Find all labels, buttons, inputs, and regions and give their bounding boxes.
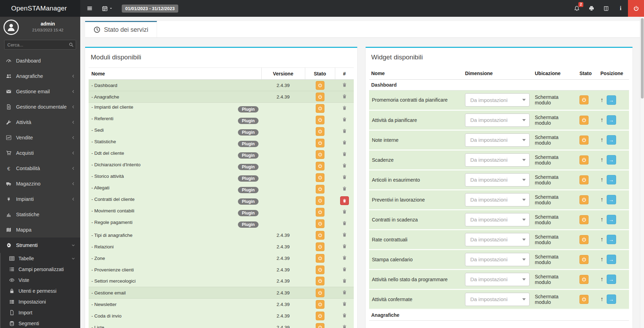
notifications-button[interactable]: 2 — [569, 0, 584, 17]
delete-module-button[interactable] — [342, 324, 347, 328]
module-status-toggle-button[interactable] — [316, 139, 324, 147]
module-status-toggle-button[interactable] — [316, 116, 324, 124]
sidebar-item-strumenti[interactable]: Strumenti — [0, 238, 80, 253]
module-status-toggle-button[interactable] — [316, 300, 324, 309]
logout-button[interactable] — [628, 0, 644, 17]
move-up-arrow[interactable]: ↑ — [600, 197, 604, 203]
delete-module-button[interactable] — [342, 301, 347, 306]
widget-dimension-select[interactable]: Da impostazioni — [465, 93, 530, 107]
widget-dimension-select[interactable]: Da impostazioni — [465, 193, 530, 206]
delete-module-button[interactable] — [342, 117, 347, 122]
move-button[interactable]: → — [607, 255, 616, 264]
module-status-toggle-button[interactable] — [316, 173, 324, 182]
move-button[interactable]: → — [607, 175, 616, 184]
tab-stato-dei-servizi[interactable]: Stato dei servizi — [85, 21, 157, 37]
module-status-toggle-button[interactable] — [316, 277, 324, 285]
move-button[interactable]: → — [607, 115, 616, 125]
sidebar-item-attivit[interactable]: Attività — [0, 115, 80, 130]
module-status-toggle-button[interactable] — [316, 231, 324, 240]
module-status-toggle-button[interactable] — [316, 196, 324, 205]
delete-module-button[interactable] — [342, 255, 347, 260]
module-status-toggle-button[interactable] — [316, 81, 324, 90]
delete-module-button[interactable] — [342, 232, 347, 237]
sidebar-item-impianti[interactable]: Impianti — [0, 191, 80, 207]
app-logo[interactable]: OpenSTAManager — [0, 0, 80, 17]
move-up-arrow[interactable]: ↑ — [600, 296, 604, 302]
move-button[interactable]: → — [607, 215, 616, 224]
delete-module-button[interactable] — [342, 209, 347, 214]
move-up-arrow[interactable]: ↑ — [600, 256, 604, 262]
widget-status-toggle-button[interactable] — [579, 295, 589, 304]
delete-module-button[interactable] — [340, 196, 349, 205]
delete-module-button[interactable] — [342, 151, 347, 156]
widget-status-toggle-button[interactable] — [579, 255, 589, 264]
sidebar-item-gestione-email[interactable]: Gestione email — [0, 84, 80, 99]
sidebar-item-campi-personalizzati[interactable]: Campi personalizzati — [1, 264, 80, 275]
widget-dimension-select[interactable]: Da impostazioni — [465, 273, 530, 286]
scrollbar-thumb[interactable] — [641, 18, 644, 99]
delete-module-button[interactable] — [342, 267, 347, 272]
sidebar-item-acquisti[interactable]: Acquisti — [0, 145, 80, 161]
delete-module-button[interactable] — [342, 186, 347, 191]
module-status-toggle-button[interactable] — [316, 323, 324, 328]
sidebar-item-mappa[interactable]: Mappa — [0, 222, 80, 238]
delete-module-button[interactable] — [342, 163, 347, 168]
move-button[interactable]: → — [607, 275, 616, 284]
info-button[interactable]: i — [613, 0, 628, 17]
widget-status-toggle-button[interactable] — [579, 215, 589, 224]
module-status-toggle-button[interactable] — [316, 289, 324, 297]
widget-dimension-select[interactable]: Da impostazioni — [465, 233, 530, 246]
widget-dimension-select[interactable]: Da impostazioni — [465, 213, 530, 226]
widget-dimension-select[interactable]: Da impostazioni — [465, 293, 530, 306]
widget-dimension-select[interactable]: Da impostazioni — [465, 114, 530, 127]
widget-status-toggle-button[interactable] — [579, 275, 589, 284]
module-status-toggle-button[interactable] — [316, 312, 324, 320]
move-button[interactable]: → — [607, 155, 616, 165]
delete-module-button[interactable] — [342, 278, 347, 283]
delete-module-button[interactable] — [342, 220, 347, 226]
move-up-arrow[interactable]: ↑ — [600, 276, 604, 282]
sidebar-item-segmenti[interactable]: Segmenti — [1, 318, 80, 328]
move-button[interactable]: → — [607, 195, 616, 204]
move-button[interactable]: → — [607, 235, 616, 244]
sidebar-item-dashboard[interactable]: Dashboard — [0, 53, 80, 68]
move-button[interactable]: → — [607, 95, 616, 105]
widget-status-toggle-button[interactable] — [579, 136, 589, 145]
module-status-toggle-button[interactable] — [316, 265, 324, 274]
sidebar-item-gestione-documentale[interactable]: Gestione documentale — [0, 99, 80, 115]
search-button[interactable] — [69, 42, 74, 47]
widget-status-toggle-button[interactable] — [579, 116, 589, 125]
move-button[interactable]: → — [607, 135, 616, 145]
module-status-toggle-button[interactable] — [316, 162, 324, 170]
delete-module-button[interactable] — [342, 174, 347, 180]
sidebar-toggle-button[interactable] — [87, 0, 93, 17]
widget-status-toggle-button[interactable] — [579, 155, 589, 165]
widget-dimension-select[interactable]: Da impostazioni — [465, 153, 530, 167]
widget-status-toggle-button[interactable] — [579, 235, 589, 244]
delete-module-button[interactable] — [342, 313, 347, 318]
date-range-badge[interactable]: 01/01/2023 - 31/12/2023 — [122, 5, 178, 13]
sidebar-item-impostazioni[interactable]: Impostazioni — [1, 296, 80, 307]
module-status-toggle-button[interactable] — [316, 127, 324, 136]
move-up-arrow[interactable]: ↑ — [600, 217, 604, 223]
module-status-toggle-button[interactable] — [316, 219, 324, 228]
search-input[interactable] — [7, 42, 69, 48]
delete-module-button[interactable] — [342, 82, 347, 87]
module-status-toggle-button[interactable] — [316, 242, 324, 251]
calendar-button[interactable] — [102, 0, 113, 17]
sidebar-item-anagrafiche[interactable]: Anagrafiche — [0, 68, 80, 84]
sidebar-item-import[interactable]: Import — [1, 307, 80, 318]
widget-dimension-select[interactable]: Da impostazioni — [465, 253, 530, 266]
module-status-toggle-button[interactable] — [316, 185, 324, 194]
delete-module-button[interactable] — [342, 243, 347, 249]
widget-dimension-select[interactable]: Da impostazioni — [465, 133, 530, 147]
module-status-toggle-button[interactable] — [316, 208, 324, 217]
sidebar-item-contabilit[interactable]: €Contabilità — [0, 161, 80, 176]
widget-dimension-select[interactable]: Da impostazioni — [465, 173, 530, 187]
module-status-toggle-button[interactable] — [316, 254, 324, 263]
sidebar-item-magazzino[interactable]: Magazzino — [0, 176, 80, 191]
delete-module-button[interactable] — [342, 140, 347, 145]
delete-module-button[interactable] — [342, 94, 347, 99]
move-up-arrow[interactable]: ↑ — [600, 177, 604, 183]
widget-status-toggle-button[interactable] — [579, 195, 589, 204]
